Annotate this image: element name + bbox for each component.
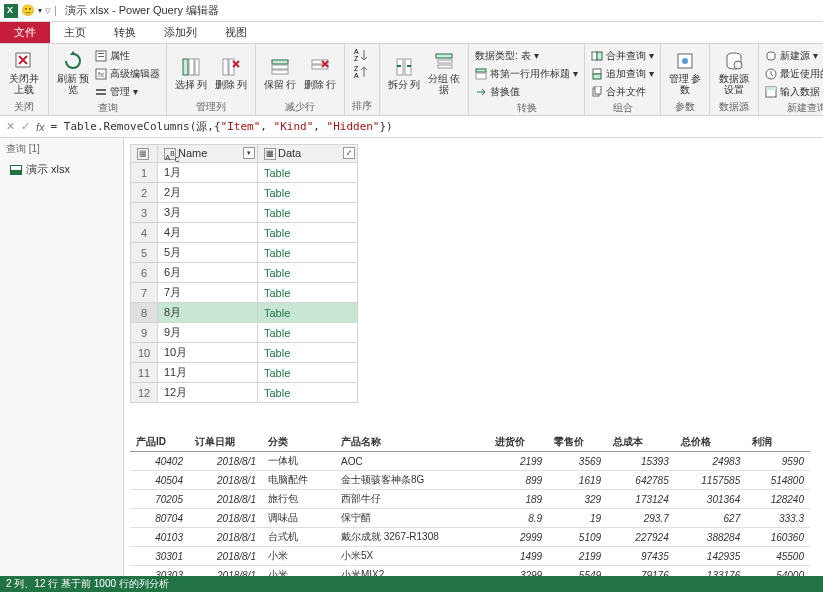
preview-header-date[interactable]: 订单日期 [189,433,262,452]
grid-row[interactable]: 9 9月 Table [131,323,358,343]
enter-data-button[interactable]: 输入数据 [765,83,823,100]
cell-data-link[interactable]: Table [258,203,358,223]
groupby-button[interactable]: 分组 依据 [426,47,462,99]
cell-name[interactable]: 6月 [158,263,258,283]
preview-header-name[interactable]: 产品名称 [335,433,489,452]
properties-button[interactable]: 属性 [95,47,160,64]
firstrow-header-button[interactable]: 将第一行用作标题 ▾ [475,65,578,82]
cell-data-link[interactable]: Table [258,263,358,283]
cell-name[interactable]: 2月 [158,183,258,203]
append-queries-button[interactable]: 追加查询 ▾ [591,65,654,82]
fx-icon[interactable]: fx [36,121,45,133]
preview-header-id[interactable]: 产品ID [130,433,189,452]
manage-params-button[interactable]: 管理 参数 [667,47,703,99]
col-header-data[interactable]: ▦Data⤢ [258,145,358,163]
preview-row[interactable]: 401032018/8/1台式机戴尔成就 3267-R1308299951092… [130,528,810,547]
grid-row[interactable]: 4 4月 Table [131,223,358,243]
formula-text[interactable]: = Table.RemoveColumns(源,{"Item", "Kind",… [51,119,393,134]
preview-header-cost[interactable]: 进货价 [489,433,548,452]
grid-row[interactable]: 12 12月 Table [131,383,358,403]
formula-cancel-icon[interactable]: ✕ [6,120,15,133]
row-number[interactable]: 11 [131,363,158,383]
cell-data-link[interactable]: Table [258,163,358,183]
preview-row[interactable]: 405042018/8/1电脑配件金士顿骇客神条8G89916196427851… [130,471,810,490]
tab-file[interactable]: 文件 [0,22,50,43]
cell-name[interactable]: 3月 [158,203,258,223]
cell-name[interactable]: 10月 [158,343,258,363]
formula-accept-icon[interactable]: ✓ [21,120,30,133]
preview-row[interactable]: 303032018/8/1小米小米MIX23299554979176133176… [130,566,810,576]
grid-row[interactable]: 7 7月 Table [131,283,358,303]
combine-files-button[interactable]: 合并文件 [591,83,654,100]
split-column-button[interactable]: 拆分 列 [386,47,422,99]
row-number[interactable]: 7 [131,283,158,303]
row-number[interactable]: 2 [131,183,158,203]
preview-row[interactable]: 303012018/8/1小米小米5X149921999743514293545… [130,547,810,566]
row-number[interactable]: 4 [131,223,158,243]
preview-header-totcost[interactable]: 总成本 [607,433,675,452]
col-header-name[interactable]: ABCName▾ [158,145,258,163]
filter-dropdown-icon[interactable]: ▾ [243,147,255,159]
datatype-button[interactable]: 数据类型: 表 ▾ [475,47,578,64]
cell-data-link[interactable]: Table [258,343,358,363]
select-columns-button[interactable]: 选择 列 [173,47,209,99]
recent-sources-button[interactable]: 最近使用的源 ▾ [765,65,823,82]
cell-data-link[interactable]: Table [258,243,358,263]
row-number[interactable]: 1 [131,163,158,183]
cell-name[interactable]: 5月 [158,243,258,263]
preview-row[interactable]: 404022018/8/1一体机AOC219935691539324983959… [130,452,810,471]
tab-transform[interactable]: 转换 [100,22,150,43]
remove-rows-button[interactable]: 删除 行 [302,47,338,99]
datasource-settings-button[interactable]: 数据源 设置 [716,47,752,99]
grid-row[interactable]: 11 11月 Table [131,363,358,383]
cell-name[interactable]: 11月 [158,363,258,383]
remove-columns-button[interactable]: 删除 列 [213,47,249,99]
cell-data-link[interactable]: Table [258,363,358,383]
row-number[interactable]: 10 [131,343,158,363]
manage-button[interactable]: 管理 ▾ [95,83,160,100]
row-number[interactable]: 12 [131,383,158,403]
preview-row[interactable]: 702052018/8/1旅行包西部牛仔18932917312430136412… [130,490,810,509]
keep-rows-button[interactable]: 保留 行 [262,47,298,99]
cell-name[interactable]: 8月 [158,303,258,323]
cell-name[interactable]: 9月 [158,323,258,343]
cell-data-link[interactable]: Table [258,383,358,403]
grid-row[interactable]: 10 10月 Table [131,343,358,363]
grid-row[interactable]: 3 3月 Table [131,203,358,223]
tab-view[interactable]: 视图 [211,22,261,43]
cell-name[interactable]: 4月 [158,223,258,243]
cell-data-link[interactable]: Table [258,183,358,203]
merge-queries-button[interactable]: 合并查询 ▾ [591,47,654,64]
cell-name[interactable]: 1月 [158,163,258,183]
close-load-button[interactable]: 关闭并 上载 [6,47,42,99]
grid-row[interactable]: 8 8月 Table [131,303,358,323]
cell-data-link[interactable]: Table [258,323,358,343]
sort-asc-button[interactable]: AZ [354,47,370,63]
row-number[interactable]: 9 [131,323,158,343]
dropdown-icon[interactable]: ▾ [38,6,42,15]
row-number[interactable]: 6 [131,263,158,283]
preview-header-totprice[interactable]: 总价格 [675,433,747,452]
cell-data-link[interactable]: Table [258,283,358,303]
grid-row[interactable]: 6 6月 Table [131,263,358,283]
cell-name[interactable]: 7月 [158,283,258,303]
cell-data-link[interactable]: Table [258,303,358,323]
cell-data-link[interactable]: Table [258,223,358,243]
row-number[interactable]: 3 [131,203,158,223]
tab-addcolumn[interactable]: 添加列 [150,22,211,43]
query-item[interactable]: 演示 xlsx [6,160,117,179]
tab-home[interactable]: 主页 [50,22,100,43]
grid-row[interactable]: 1 1月 Table [131,163,358,183]
cell-name[interactable]: 12月 [158,383,258,403]
corner-cell[interactable]: ▦ [131,145,158,163]
preview-header-price[interactable]: 零售价 [548,433,607,452]
replace-values-button[interactable]: 替换值 [475,83,578,100]
expand-icon[interactable]: ⤢ [343,147,355,159]
grid-row[interactable]: 5 5月 Table [131,243,358,263]
row-number[interactable]: 8 [131,303,158,323]
preview-row[interactable]: 807042018/8/1调味品保宁醋8.919293.7627333.3 [130,509,810,528]
sort-desc-button[interactable]: ZA [354,64,370,80]
preview-header-cat[interactable]: 分类 [262,433,335,452]
refresh-preview-button[interactable]: 刷新 预览 [55,47,91,99]
grid-row[interactable]: 2 2月 Table [131,183,358,203]
